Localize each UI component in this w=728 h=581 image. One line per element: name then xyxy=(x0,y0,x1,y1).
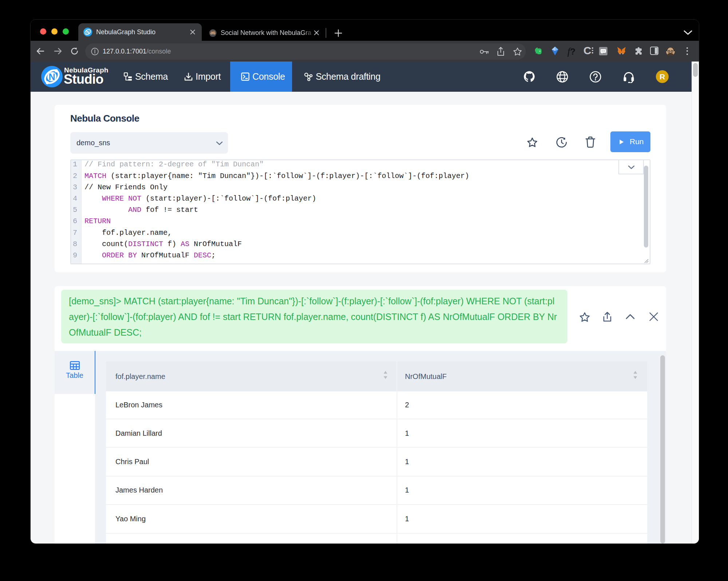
svg-text:N: N xyxy=(48,72,55,82)
svg-text:N: N xyxy=(86,30,90,35)
